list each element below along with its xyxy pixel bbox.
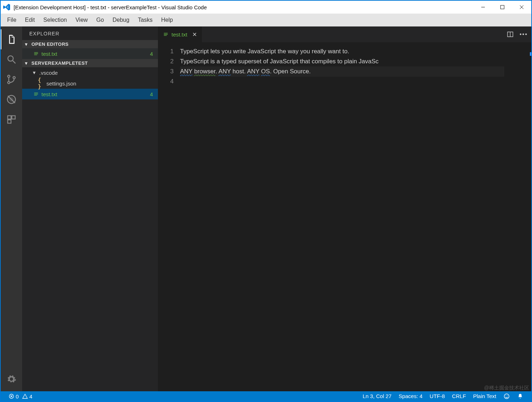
text-file-icon xyxy=(33,51,39,57)
source-control-activity-icon[interactable] xyxy=(1,69,22,89)
code-content[interactable]: TypeScript lets you write JavaScript the… xyxy=(180,42,506,391)
tree-item-name: settings.json xyxy=(46,80,153,87)
svg-rect-8 xyxy=(12,116,15,119)
line-number: 3 xyxy=(158,67,174,77)
tree-item-badge: 4 xyxy=(150,91,153,97)
code-line[interactable]: TypeScript lets you write JavaScript the… xyxy=(180,46,504,57)
svg-point-2 xyxy=(8,75,10,77)
json-file-icon: { } xyxy=(38,77,44,90)
status-language-mode[interactable]: Plain Text xyxy=(469,393,500,399)
status-encoding[interactable]: UTF-8 xyxy=(426,393,449,399)
watermark-text: @稀土掘金技术社区 xyxy=(484,385,529,391)
workspace-header[interactable]: ▾ SERVEREXAMPLETEST xyxy=(22,59,158,67)
status-warnings-count: 4 xyxy=(29,393,32,399)
extensions-activity-icon[interactable] xyxy=(1,109,22,129)
status-eol[interactable]: CRLF xyxy=(448,393,469,399)
editor-tab[interactable]: test.txt✕ xyxy=(158,26,202,42)
explorer-sidebar: EXPLORER ▾ OPEN EDITORS test.txt4 ▾ SERV… xyxy=(22,26,158,391)
open-editor-item[interactable]: test.txt4 xyxy=(22,48,158,59)
open-editor-badge: 4 xyxy=(150,51,153,57)
menu-edit[interactable]: Edit xyxy=(21,15,39,25)
window-controls xyxy=(473,1,531,14)
tree-item-name: .vscode xyxy=(39,70,153,76)
split-editor-icon[interactable] xyxy=(507,31,514,38)
editor-tabs: test.txt✕ ••• xyxy=(158,26,531,42)
menu-file[interactable]: File xyxy=(3,15,21,25)
close-tab-icon[interactable]: ✕ xyxy=(192,31,197,38)
search-activity-icon[interactable] xyxy=(1,49,22,69)
menu-view[interactable]: View xyxy=(71,15,92,25)
feedback-icon[interactable] xyxy=(500,393,513,399)
settings-activity-icon[interactable] xyxy=(1,369,22,389)
status-indentation[interactable]: Spaces: 4 xyxy=(395,393,426,399)
chevron-down-icon: ▾ xyxy=(25,41,30,47)
open-editors-label: OPEN EDITORS xyxy=(31,41,69,47)
status-cursor-position[interactable]: Ln 3, Col 27 xyxy=(359,393,395,399)
file-item[interactable]: { }settings.json xyxy=(22,78,158,89)
file-item[interactable]: test.txt4 xyxy=(22,89,158,99)
line-number: 2 xyxy=(158,57,174,67)
notifications-icon[interactable] xyxy=(513,393,527,399)
explorer-activity-icon[interactable] xyxy=(1,29,22,49)
line-number-gutter: 1234 xyxy=(158,42,180,391)
code-line[interactable]: ANY browser. ANY host. ANY OS. Open Sour… xyxy=(180,67,504,77)
svg-rect-0 xyxy=(501,5,504,9)
status-problems[interactable]: 0 4 xyxy=(5,391,36,401)
minimize-button[interactable] xyxy=(473,1,493,14)
open-editor-name: test.txt xyxy=(41,51,150,57)
svg-point-14 xyxy=(507,396,508,396)
code-line[interactable] xyxy=(180,77,504,87)
open-editors-header[interactable]: ▾ OPEN EDITORS xyxy=(22,40,158,48)
tab-label: test.txt xyxy=(171,31,187,38)
editor-area: test.txt✕ ••• 1234 TypeScript lets you w… xyxy=(158,26,531,391)
svg-rect-9 xyxy=(8,120,11,123)
svg-point-6 xyxy=(10,98,13,101)
menu-help[interactable]: Help xyxy=(157,15,177,25)
line-number: 1 xyxy=(158,46,174,57)
folder-item[interactable]: ▾.vscode xyxy=(22,67,158,78)
menu-debug[interactable]: Debug xyxy=(108,15,134,25)
svg-point-13 xyxy=(506,396,506,396)
code-line[interactable]: TypeScript is a typed superset of JavaSc… xyxy=(180,57,504,67)
workspace-label: SERVEREXAMPLETEST xyxy=(31,60,88,66)
minimap[interactable] xyxy=(506,42,531,391)
window-title: [Extension Development Host] - test.txt … xyxy=(14,4,473,10)
overview-ruler-mark xyxy=(530,52,531,56)
svg-point-4 xyxy=(13,77,15,79)
menu-tasks[interactable]: Tasks xyxy=(134,15,157,25)
text-file-icon xyxy=(33,91,39,97)
titlebar: [Extension Development Host] - test.txt … xyxy=(1,1,531,14)
svg-rect-7 xyxy=(8,116,11,119)
status-errors-count: 0 xyxy=(16,393,19,399)
menu-selection[interactable]: Selection xyxy=(39,15,71,25)
vscode-logo-icon xyxy=(3,3,11,11)
close-window-button[interactable] xyxy=(512,1,531,14)
editor-body[interactable]: 1234 TypeScript lets you write JavaScrip… xyxy=(158,42,531,391)
menubar: FileEditSelectionViewGoDebugTasksHelp xyxy=(1,14,531,26)
more-actions-icon[interactable]: ••• xyxy=(519,31,528,38)
svg-point-3 xyxy=(8,82,10,84)
svg-point-12 xyxy=(504,394,509,399)
menu-go[interactable]: Go xyxy=(92,15,108,25)
activity-bar xyxy=(1,26,22,391)
maximize-button[interactable] xyxy=(493,1,512,14)
svg-point-1 xyxy=(8,56,13,61)
debug-activity-icon[interactable] xyxy=(1,89,22,109)
chevron-down-icon: ▾ xyxy=(25,60,30,66)
chevron-down-icon: ▾ xyxy=(33,69,38,76)
sidebar-title: EXPLORER xyxy=(22,26,158,40)
text-file-icon xyxy=(163,31,169,37)
line-number: 4 xyxy=(158,77,174,87)
tree-item-name: test.txt xyxy=(41,91,150,97)
statusbar: 0 4 Ln 3, Col 27 Spaces: 4 UTF-8 CRLF Pl… xyxy=(1,391,531,401)
